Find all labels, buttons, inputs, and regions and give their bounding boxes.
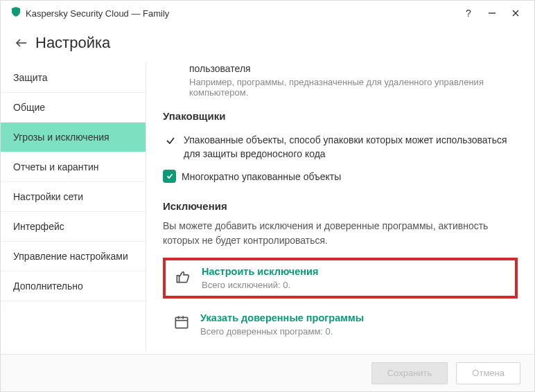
app-logo-icon	[10, 6, 21, 20]
close-button[interactable]	[504, 3, 527, 23]
trusted-programs-meta: Всего доверенных программ: 0.	[200, 326, 364, 337]
titlebar: Kaspersky Security Cloud — Family ?	[1, 1, 534, 26]
sidebar-item-reports-quarantine[interactable]: Отчеты и карантин	[1, 152, 146, 182]
sidebar: Защита Общие Угрозы и исключения Отчеты …	[1, 63, 146, 351]
cancel-button[interactable]: Отмена	[456, 362, 520, 384]
page-header: Настройка	[1, 26, 534, 63]
sidebar-item-protection[interactable]: Защита	[1, 63, 146, 93]
checkmark-icon	[163, 133, 178, 148]
packers-row1-label: Упакованные объекты, способ упаковки кот…	[184, 133, 518, 161]
help-button[interactable]: ?	[457, 3, 480, 23]
sidebar-item-interface[interactable]: Интерфейс	[1, 212, 146, 242]
content-panel: пользователя Например, программы, предна…	[146, 63, 534, 351]
sidebar-item-general[interactable]: Общие	[1, 93, 146, 123]
window-icon	[171, 312, 192, 333]
packers-row-multipacked[interactable]: Многократно упакованные объекты	[163, 166, 518, 188]
sidebar-item-manage-settings[interactable]: Управление настройками	[1, 242, 146, 271]
page-title: Настройка	[35, 34, 110, 52]
save-button[interactable]: Сохранить	[371, 362, 448, 384]
exclusions-heading: Исключения	[163, 200, 518, 212]
user-option-desc: Например, программы, предназначенные для…	[163, 77, 518, 98]
packers-heading: Упаковщики	[163, 110, 518, 122]
packers-row-packed-objects[interactable]: Упакованные объекты, способ упаковки кот…	[163, 129, 518, 166]
sidebar-item-network[interactable]: Настройки сети	[1, 182, 146, 212]
sidebar-item-threats-exclusions[interactable]: Угрозы и исключения	[1, 123, 146, 152]
checkbox-checked-icon	[163, 170, 176, 183]
app-title: Kaspersky Security Cloud — Family	[26, 8, 169, 19]
trusted-programs-card: Указать доверенные программы Всего довер…	[163, 305, 518, 344]
packers-row2-label: Многократно упакованные объекты	[182, 170, 341, 184]
configure-exclusions-card: Настроить исключения Всего исключений: 0…	[163, 258, 518, 299]
minimize-button[interactable]	[480, 3, 504, 23]
footer: Сохранить Отмена	[1, 354, 534, 391]
svg-rect-4	[175, 317, 187, 328]
sidebar-item-additional[interactable]: Дополнительно	[1, 271, 146, 301]
configure-exclusions-meta: Всего исключений: 0.	[202, 280, 318, 290]
back-button[interactable]	[13, 35, 30, 51]
thumbs-up-icon	[173, 266, 193, 287]
configure-exclusions-link[interactable]: Настроить исключения	[202, 266, 318, 277]
trusted-programs-link[interactable]: Указать доверенные программы	[200, 312, 364, 323]
exclusions-desc: Вы можете добавить исключения и доверенн…	[163, 219, 518, 248]
user-option-label: пользователя	[163, 63, 518, 74]
